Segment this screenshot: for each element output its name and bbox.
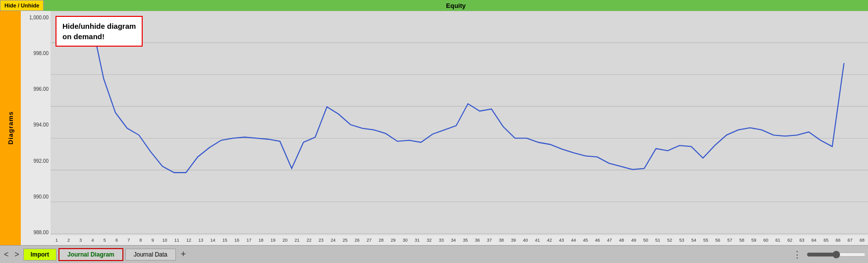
x-axis-label: 58 xyxy=(736,238,748,243)
x-axis-label: 47 xyxy=(603,238,615,243)
x-axis-label: 25 xyxy=(339,238,351,243)
x-axis-label: 68 xyxy=(856,238,868,243)
x-axis: 1234567891011121314151617181920212223242… xyxy=(51,235,868,245)
x-axis-label: 51 xyxy=(651,238,663,243)
equity-line-chart xyxy=(51,11,868,235)
x-axis-label: 52 xyxy=(664,238,676,243)
x-axis-label: 21 xyxy=(291,238,303,243)
x-axis-label: 40 xyxy=(519,238,531,243)
x-axis-label: 11 xyxy=(171,238,183,243)
x-axis-label: 62 xyxy=(784,238,796,243)
x-axis-label: 41 xyxy=(532,238,543,243)
x-axis-label: 45 xyxy=(580,238,592,243)
annotation-line1: Hide/unhide diagram xyxy=(62,22,136,30)
x-axis-label: 29 xyxy=(387,238,399,243)
x-axis-label: 43 xyxy=(555,238,567,243)
x-axis-label: 65 xyxy=(820,238,832,243)
chart-container: 1,000.00998.00996.00994.00992.00990.0098… xyxy=(21,11,868,245)
y-axis-label: 998.00 xyxy=(23,51,49,56)
x-axis-label: 44 xyxy=(567,238,579,243)
x-axis-label: 64 xyxy=(808,238,820,243)
x-axis-label: 57 xyxy=(724,238,736,243)
x-axis-label: 33 xyxy=(435,238,447,243)
x-axis-label: 42 xyxy=(543,238,555,243)
zoom-slider[interactable] xyxy=(807,251,866,259)
x-axis-label: 24 xyxy=(327,238,339,243)
x-axis-label: 36 xyxy=(471,238,483,243)
x-axis-label: 48 xyxy=(615,238,627,243)
x-axis-label: 38 xyxy=(495,238,507,243)
x-axis-label: 6 xyxy=(110,238,122,243)
x-axis-label: 54 xyxy=(688,238,700,243)
x-axis-label: 19 xyxy=(267,238,279,243)
x-axis-label: 31 xyxy=(411,238,423,243)
equity-polyline xyxy=(56,21,844,173)
x-axis-label: 13 xyxy=(195,238,207,243)
x-axis-label: 17 xyxy=(243,238,255,243)
y-axis: 1,000.00998.00996.00994.00992.00990.0098… xyxy=(21,11,51,245)
y-axis-label: 990.00 xyxy=(23,194,49,199)
x-axis-label: 67 xyxy=(844,238,856,243)
x-axis-label: 61 xyxy=(772,238,784,243)
x-axis-label: 15 xyxy=(219,238,231,243)
x-axis-label: 8 xyxy=(135,238,147,243)
x-axis-label: 23 xyxy=(315,238,327,243)
x-axis-label: 56 xyxy=(712,238,724,243)
hide-unhide-button[interactable]: Hide / Unhide xyxy=(0,0,44,11)
x-axis-label: 20 xyxy=(279,238,291,243)
x-axis-label: 49 xyxy=(628,238,640,243)
y-axis-label: 996.00 xyxy=(23,86,49,92)
import-button[interactable]: Import xyxy=(23,249,56,261)
bottom-bar: < > Import Journal Diagram Journal Data … xyxy=(0,245,868,263)
x-axis-label: 16 xyxy=(231,238,243,243)
x-axis-label: 35 xyxy=(459,238,471,243)
tab-journal-diagram[interactable]: Journal Diagram xyxy=(58,248,123,261)
x-axis-label: 22 xyxy=(303,238,315,243)
x-axis-label: 26 xyxy=(351,238,363,243)
x-axis-label: 34 xyxy=(447,238,459,243)
more-options-button[interactable]: ⋮ xyxy=(790,249,805,260)
x-axis-label: 28 xyxy=(375,238,387,243)
x-axis-label: 2 xyxy=(62,238,74,243)
nav-back-button[interactable]: < xyxy=(2,250,10,259)
x-axis-label: 5 xyxy=(99,238,110,243)
x-axis-label: 14 xyxy=(207,238,218,243)
chart-title: Equity xyxy=(44,2,868,9)
left-sidebar: Diagrams xyxy=(0,11,21,245)
x-axis-label: 53 xyxy=(676,238,688,243)
y-axis-label: 992.00 xyxy=(23,158,49,164)
x-axis-label: 12 xyxy=(183,238,195,243)
x-axis-label: 37 xyxy=(484,238,495,243)
x-axis-label: 32 xyxy=(423,238,435,243)
x-axis-label: 4 xyxy=(87,238,99,243)
x-axis-label: 46 xyxy=(592,238,603,243)
annotation-box: Hide/unhide diagram on demand! xyxy=(55,16,143,47)
sidebar-label: Diagrams xyxy=(7,111,14,144)
x-axis-label: 27 xyxy=(363,238,375,243)
x-axis-label: 55 xyxy=(700,238,711,243)
top-bar: Hide / Unhide Equity xyxy=(0,0,868,11)
x-axis-label: 1 xyxy=(51,238,62,243)
x-axis-label: 39 xyxy=(507,238,519,243)
x-axis-label: 7 xyxy=(123,238,135,243)
x-axis-label: 66 xyxy=(832,238,844,243)
x-axis-label: 59 xyxy=(748,238,760,243)
zoom-slider-container xyxy=(807,251,866,259)
y-axis-label: 994.00 xyxy=(23,122,49,128)
x-axis-label: 50 xyxy=(640,238,651,243)
nav-forward-button[interactable]: > xyxy=(12,250,21,259)
x-axis-label: 9 xyxy=(147,238,159,243)
chart-area xyxy=(51,11,868,235)
y-axis-label: 1,000.00 xyxy=(23,15,49,20)
y-axis-label: 988.00 xyxy=(23,230,49,235)
main-area: Diagrams 1,000.00998.00996.00994.00992.0… xyxy=(0,11,868,245)
annotation-line2: on demand! xyxy=(62,32,105,41)
x-axis-label: 18 xyxy=(255,238,267,243)
x-axis-label: 60 xyxy=(760,238,772,243)
tab-journal-data[interactable]: Journal Data xyxy=(125,249,176,261)
x-axis-label: 3 xyxy=(75,238,87,243)
x-axis-label: 30 xyxy=(399,238,411,243)
add-tab-button[interactable]: + xyxy=(178,249,189,260)
x-axis-label: 10 xyxy=(159,238,170,243)
x-axis-label: 63 xyxy=(796,238,808,243)
